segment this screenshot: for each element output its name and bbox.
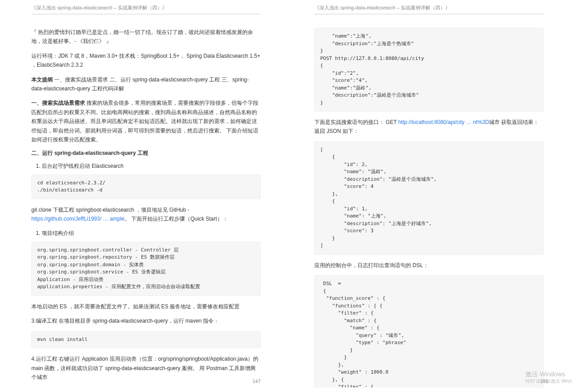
page-left: 《深入浅出 spring-data-elasticsearch – 实战案例详解… [0, 0, 288, 392]
step-1: 1. 后台起守护线程启动 Elasticsearch [36, 162, 261, 170]
code-block-response-json: [ { "id": 2, "name": "温岭", "description"… [314, 141, 544, 255]
outline: 本文提纲 一、搜索实战场景需求 二、运行 spring-data-elastic… [31, 75, 261, 94]
code-block-post-city-cont: "name":"上海", "description":"上海是个热城市" } P… [314, 28, 544, 111]
page-header: 《深入浅出 spring-data-elasticsearch – 实战案例详解… [314, 4, 544, 14]
api-link[interactable]: http://localhost:8080/api/city … nt%3D [398, 119, 489, 125]
epigraph: 『 热烈的爱情到订婚早已是定点，婚一结一切了结。现在订了婚，彼此间还留着情感发展… [31, 28, 261, 46]
sec1-rest: 搜索的场景会很多，常用的搜索场景，需要搜索的字段很多，但每个字段匹配到后所占的权… [31, 100, 258, 143]
outline-label: 本文提纲 [31, 77, 53, 83]
env-line: 运行环境：JDK 7 或 8，Maven 3.0+ 技术栈：SpringBoot… [31, 51, 261, 70]
p-search-api: 下面是实战搜索语句的接口： GET http://localhost:8080/… [314, 118, 544, 136]
code-block-start-es: cd elasticsearch-2.3.2/ ./bin/elasticsea… [31, 175, 261, 199]
page-number: 148 [540, 379, 548, 384]
p-api-a: 下面是实战搜索语句的接口： GET [314, 119, 398, 125]
p-run: 4.运行工程 右键运行 Application 应用启动类（位置：org/spr… [31, 354, 261, 382]
page-body: 『 热烈的爱情到订婚早已是定点，婚一结一切了结。现在订了婚，彼此间还留着情感发展… [31, 28, 261, 388]
gitclone-a: git clone 下载工程 springboot-elasticsearch … [31, 207, 189, 213]
p-local-es: 本地启动的 ES ，就不需要改配置文件了。如果连测试 ES 服务地址，需要修改相… [31, 302, 261, 311]
code-block-mvn: mvn clean install [31, 331, 261, 349]
code-block-dsl: DSL = { "function_score" : { "functions"… [314, 275, 544, 388]
page-right: 《深入浅出 spring-data-elasticsearch – 实战案例详解… [288, 0, 575, 392]
page-header: 《深入浅出 spring-data-elasticsearch – 实战案例详解… [31, 4, 261, 14]
gitclone-b: 。 下面开始运行工程步骤（Quick Start）： [124, 216, 228, 222]
sec1-label: 一、搜索实战场景需求 [31, 100, 85, 106]
p-dsl-intro: 应用的控制台中，日志打印出查询语句的 DSL： [314, 261, 544, 270]
page-number: 147 [253, 379, 261, 384]
github-link[interactable]: https://github.com/JeffLi1993/ … ample [31, 216, 124, 222]
outline-rest: 一、搜索实战场景需求 二、运行 spring-data-elasticsearc… [31, 77, 249, 92]
p-add-city: a. 新增城市信息 [31, 387, 261, 388]
code-block-structure: org.spring.springboot.controller - Contr… [31, 242, 261, 296]
step-structure: 1. 项目结构介绍 [36, 229, 261, 238]
section-2-title: 二、运行 spring-data-elasticsearch-query 工程 [31, 149, 261, 157]
gitclone-para: git clone 下载工程 springboot-elasticsearch … [31, 205, 261, 224]
page-body: "name":"上海", "description":"上海是个热城市" } P… [314, 28, 544, 388]
section-1: 一、搜索实战场景需求 搜索的场景会很多，常用的搜索场景，需要搜索的字段很多，但每… [31, 98, 261, 144]
p-compile: 3.编译工程 在项目根目录 spring-data-elasticsearch-… [31, 316, 261, 325]
